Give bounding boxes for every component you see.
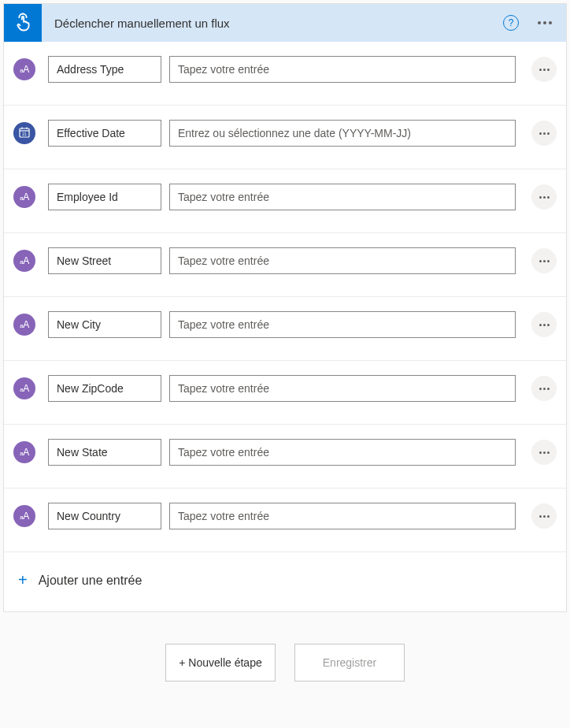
row-more-button[interactable] (531, 184, 557, 210)
field-input[interactable] (169, 503, 516, 529)
field-label[interactable]: New Street (48, 247, 161, 274)
row-more-button[interactable] (531, 440, 557, 465)
add-input-button[interactable]: + Ajouter une entrée (4, 552, 566, 611)
input-row: aA New Street (4, 233, 566, 297)
row-more-button[interactable] (531, 57, 557, 82)
help-icon[interactable]: ? (503, 15, 519, 31)
add-input-label: Ajouter une entrée (39, 574, 142, 588)
field-input[interactable] (169, 184, 516, 210)
text-type-icon: aA (13, 314, 35, 336)
plus-icon: + (18, 571, 28, 589)
input-row: aA New City (4, 297, 566, 361)
text-type-icon: aA (13, 250, 35, 272)
new-step-button[interactable]: + Nouvelle étape (165, 644, 276, 682)
field-input[interactable] (169, 439, 516, 466)
input-row: 21 Effective Date (4, 106, 566, 169)
footer-actions: + Nouvelle étape Enregistrer (3, 644, 567, 682)
calendar-icon: 21 (18, 126, 31, 140)
input-row: aA New ZipCode (4, 361, 566, 425)
text-type-icon: aA (13, 58, 35, 80)
row-more-button[interactable] (531, 312, 557, 337)
row-more-button[interactable] (531, 121, 557, 146)
field-input[interactable] (169, 56, 516, 83)
field-label[interactable]: Employee Id (48, 184, 161, 210)
text-type-icon: aA (13, 377, 35, 399)
card-more-button[interactable] (530, 17, 560, 29)
save-button[interactable]: Enregistrer (294, 644, 405, 682)
row-more-button[interactable] (531, 248, 557, 273)
field-label[interactable]: New State (48, 439, 161, 466)
date-type-icon: 21 (13, 122, 35, 144)
card-title: Déclencher manuellement un flux (42, 17, 503, 30)
field-label[interactable]: Address Type (48, 56, 161, 83)
text-type-icon: aA (13, 186, 35, 208)
field-input[interactable] (169, 311, 516, 338)
row-more-button[interactable] (531, 503, 557, 529)
svg-text:21: 21 (22, 132, 27, 136)
field-input[interactable] (169, 120, 516, 147)
text-type-icon: aA (13, 505, 35, 527)
input-row: aA New Country (4, 488, 566, 552)
input-row: aA Address Type (4, 42, 566, 106)
field-label[interactable]: New ZipCode (48, 375, 161, 402)
row-more-button[interactable] (531, 376, 557, 401)
trigger-icon (4, 4, 42, 42)
field-label[interactable]: New Country (48, 503, 161, 529)
text-type-icon: aA (13, 441, 35, 463)
field-label[interactable]: Effective Date (48, 120, 161, 147)
finger-tap-icon (12, 11, 34, 35)
input-row: aA New State (4, 425, 566, 488)
field-input[interactable] (169, 247, 516, 274)
field-input[interactable] (169, 375, 516, 402)
field-label[interactable]: New City (48, 311, 161, 338)
card-header: Déclencher manuellement un flux ? (4, 4, 566, 42)
input-row: aA Employee Id (4, 169, 566, 233)
trigger-card: Déclencher manuellement un flux ? aA Add… (3, 3, 567, 612)
card-body: aA Address Type 21 Effective Date (4, 42, 566, 611)
